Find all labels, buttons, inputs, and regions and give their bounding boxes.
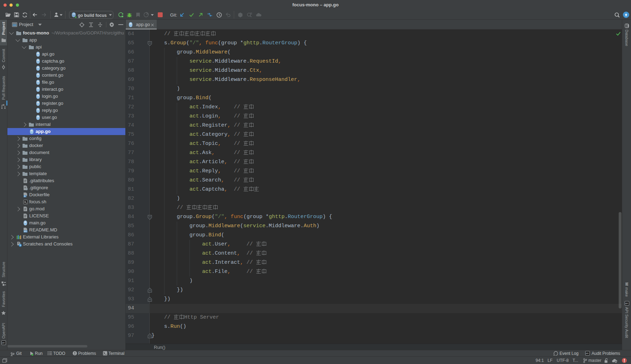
- svg-text:API: API: [2, 342, 5, 344]
- svg-text:API: API: [586, 352, 589, 355]
- svg-text:API: API: [625, 302, 628, 305]
- svg-text:MD: MD: [24, 230, 27, 232]
- svg-text:D: D: [24, 195, 25, 197]
